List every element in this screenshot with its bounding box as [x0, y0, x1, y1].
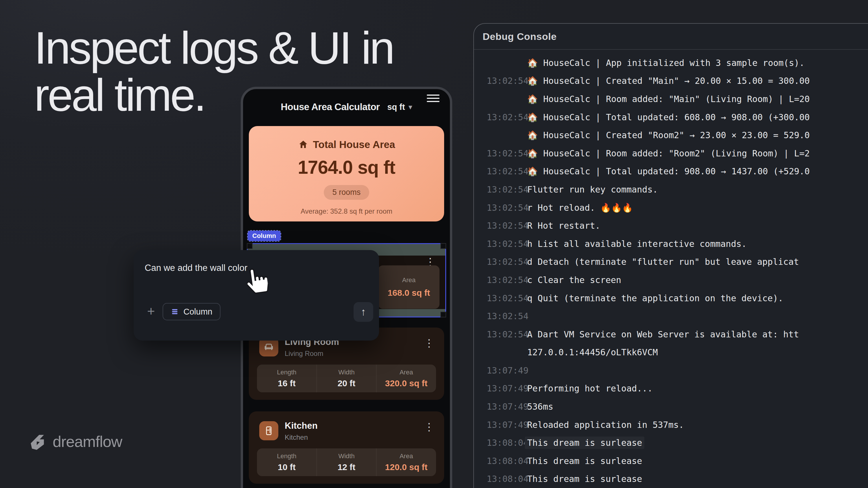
log-row: 🏠 HouseCalc | Created "Room2" → 23.00 × … — [474, 126, 868, 144]
log-text: This dream is surlease — [525, 436, 644, 449]
log-text: 🏠 HouseCalc | Room added: "Room2" (Livin… — [527, 148, 810, 158]
log-timestamp: 13:02:54 — [474, 112, 527, 122]
selected-room-area-stat: Area 168.0 sq ft — [378, 265, 439, 309]
room-type: Living Room — [285, 350, 323, 358]
stat-label: Area — [400, 368, 413, 376]
brand-name: dreamflow — [53, 432, 122, 450]
debug-console-header: Debug Console — [474, 24, 868, 50]
more-options-icon[interactable]: ⋮ — [424, 422, 434, 432]
total-area-value: 1764.0 sq ft — [298, 157, 395, 178]
context-chip-label: Column — [183, 307, 212, 317]
room-type: Kitchen — [285, 433, 308, 442]
log-text: r Hot reload. 🔥🔥🔥 — [527, 203, 633, 213]
stat-label: Width — [338, 452, 354, 460]
log-timestamp: 13:08:04 — [474, 456, 527, 466]
log-timestamp: 13:07:49 — [474, 401, 527, 412]
log-row: 13:02:54d Detach (terminate "flutter run… — [474, 253, 868, 271]
log-timestamp: 13:02:54 — [474, 166, 527, 176]
total-area-card: Total House Area 1764.0 sq ft 5 rooms Av… — [249, 126, 444, 222]
average-per-room: Average: 352.8 sq ft per room — [301, 207, 392, 216]
log-row: 13:08:04This dream is surlease — [474, 434, 868, 452]
log-text: c Clear the screen — [527, 275, 621, 285]
log-row: 13:02:54 — [474, 307, 868, 325]
rooms-count-badge: 5 rooms — [324, 185, 370, 200]
menu-icon[interactable] — [427, 93, 439, 103]
log-row: 127.0.0.1:44456/oLTkk6VCM — [474, 344, 868, 362]
context-chip-column[interactable]: Column — [163, 303, 220, 320]
log-row: 13:02:54A Dart VM Service on Web Server … — [474, 325, 868, 344]
log-timestamp: 13:02:54 — [474, 203, 527, 213]
log-row: 13:02:54R Hot restart. — [474, 217, 868, 235]
log-row: 13:02:54🏠 HouseCalc | Total updated: 608… — [474, 108, 868, 126]
log-timestamp: 13:02:54 — [474, 293, 527, 303]
log-row: 13:02:54h List all available interactive… — [474, 235, 868, 253]
fridge-icon — [259, 421, 278, 440]
log-timestamp: 13:02:54 — [474, 329, 527, 339]
log-text: Performing hot reload... — [527, 383, 652, 393]
send-button[interactable]: ↑ — [353, 302, 373, 322]
unit-value: sq ft — [387, 102, 405, 112]
unit-dropdown[interactable]: sq ft ▾ — [387, 102, 412, 112]
selection-handle[interactable] — [247, 243, 253, 249]
log-row: 13:07:49536ms — [474, 397, 868, 416]
more-options-icon[interactable]: ⋮ — [424, 338, 434, 348]
log-text: 🏠 HouseCalc | Created "Room2" → 23.00 × … — [527, 130, 810, 140]
log-text: 🏠 HouseCalc | Created "Main" → 20.00 × 1… — [527, 76, 810, 86]
log-timestamp: 13:08:04 — [474, 474, 527, 484]
stat-label: Width — [338, 368, 354, 376]
chat-input-text[interactable]: Can we add the wall color — [145, 263, 247, 273]
log-timestamp: 13:02:54 — [474, 185, 527, 195]
log-row: 13:02:54r Hot reload. 🔥🔥🔥 — [474, 199, 868, 217]
log-row: 13:02:54c Clear the screen — [474, 271, 868, 289]
log-text: 🏠 HouseCalc | Room added: "Main" (Living… — [527, 94, 810, 104]
log-timestamp: 13:07:49 — [474, 383, 527, 393]
log-timestamp: 13:02:54 — [474, 311, 527, 321]
log-row: 13:02:54🏠 HouseCalc | Created "Main" → 2… — [474, 72, 868, 90]
widget-type-badge[interactable]: Column — [248, 231, 281, 241]
log-row: 13:07:49Reloaded application in 537ms. — [474, 416, 868, 434]
log-timestamp: 13:08:04 — [474, 438, 527, 448]
log-text: q Quit (terminate the application on the… — [527, 293, 783, 303]
room-name: Kitchen — [285, 421, 318, 431]
stat-value: 16 ft — [278, 379, 296, 388]
selection-handle[interactable] — [440, 312, 446, 318]
log-text: 536ms — [527, 401, 553, 412]
stat-value: 168.0 sq ft — [388, 288, 430, 298]
console-log[interactable]: 🏠 HouseCalc | App initialized with 3 sam… — [474, 54, 868, 488]
stat-value: 10 ft — [278, 462, 296, 472]
log-text: 🏠 HouseCalc | App initialized with 3 sam… — [527, 58, 805, 68]
log-text: Reloaded application in 537ms. — [527, 420, 684, 430]
stat-label: Area — [402, 276, 415, 284]
log-row: 13:02:54Flutter run key commands. — [474, 181, 868, 199]
attach-plus-icon[interactable]: + — [145, 302, 157, 320]
log-timestamp: 13:02:54 — [474, 221, 527, 231]
hero-line-1: Inspect logs & UI in — [34, 24, 393, 71]
column-widget-icon — [171, 307, 179, 316]
log-row: 13:07:49Performing hot reload... — [474, 380, 868, 398]
stat-value: 20 ft — [338, 379, 355, 388]
brand-logo: dreamflow — [28, 432, 122, 451]
log-row: 🏠 HouseCalc | App initialized with 3 sam… — [474, 54, 868, 72]
app-title: House Area Calculator — [281, 101, 380, 112]
log-row: 🏠 HouseCalc | Room added: "Main" (Living… — [474, 90, 868, 108]
log-text: h List all available interactive command… — [527, 239, 747, 249]
log-row: 13:02:54🏠 HouseCalc | Total updated: 908… — [474, 162, 868, 181]
total-area-title: Total House Area — [313, 139, 395, 150]
log-text: R Hot restart. — [527, 221, 600, 231]
chevron-down-icon: ▾ — [408, 103, 412, 111]
log-row: 13:02:54q Quit (terminate the applicatio… — [474, 289, 868, 307]
stat-label: Length — [277, 452, 296, 460]
log-timestamp: 13:02:54 — [474, 257, 527, 267]
ai-chat-composer[interactable]: Can we add the wall color + Column ↑ — [134, 250, 379, 340]
log-row: 13:07:49 — [474, 361, 868, 380]
log-text: 127.0.0.1:44456/oLTkk6VCM — [527, 347, 658, 357]
log-timestamp: 13:02:54 — [474, 76, 527, 86]
log-text: This dream is surlease — [527, 456, 642, 466]
log-text: 🏠 HouseCalc | Total updated: 908.00 → 14… — [527, 166, 810, 176]
stat-value: 12 ft — [338, 462, 355, 472]
selection-handle[interactable] — [440, 243, 446, 249]
stat-label: Area — [400, 452, 413, 460]
dreamflow-logo-icon — [28, 432, 47, 451]
log-timestamp: 13:02:54 — [474, 239, 527, 249]
log-text: Flutter run key commands. — [527, 185, 658, 195]
